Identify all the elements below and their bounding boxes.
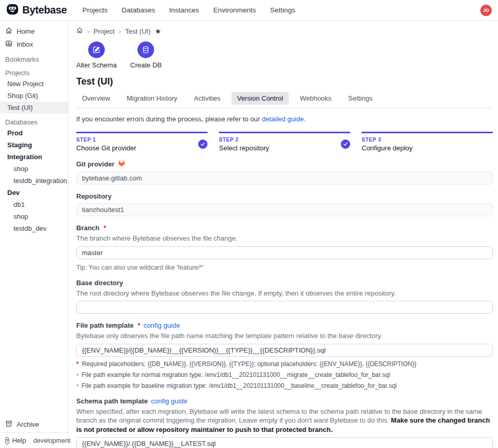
schema-path-template-field: Schema path template config guide When s…	[76, 397, 493, 448]
note-text: File path example for normal migration t…	[81, 371, 390, 379]
sidebar-section-projects: Projects	[0, 66, 68, 78]
step-3-title: Configure deploy	[362, 144, 412, 152]
required-asterisk: *	[138, 321, 141, 329]
step-1: STEP 1 Choose Git provider	[76, 132, 208, 152]
breadcrumb-project[interactable]: Project	[93, 27, 114, 35]
note-asterisk: *	[76, 360, 79, 368]
schema-path-template-description: When specified, after each migration, By…	[76, 407, 493, 435]
sidebar-item-shop-git[interactable]: Shop (Git)	[0, 90, 68, 102]
page-title: Test (UI)	[76, 76, 493, 87]
tab-webhooks[interactable]: Webhooks	[294, 92, 337, 105]
sidebar-env-prod[interactable]: Prod	[0, 127, 68, 139]
step-2-label: STEP 2	[219, 137, 269, 143]
vcs-config-form: Git provider Repository Branch* The bran…	[76, 160, 493, 448]
sidebar-item-home[interactable]: Home	[0, 25, 68, 38]
sidebar-env-staging[interactable]: Staging	[0, 139, 68, 151]
error-help-notice: If you encounter errors during the proce…	[76, 115, 493, 123]
create-db-button[interactable]: Create DB	[130, 41, 162, 69]
sidebar-inbox-label: Inbox	[17, 40, 33, 48]
bookmark-star-icon[interactable]: ★	[155, 27, 161, 35]
notice-suffix: .	[304, 115, 306, 123]
breadcrumb-home-icon[interactable]	[76, 27, 83, 35]
base-directory-input[interactable]	[76, 301, 493, 314]
help-icon: ?	[5, 437, 9, 444]
sidebar-section-databases: Databases	[0, 115, 68, 127]
base-directory-description: The root directory where Bytebase observ…	[76, 289, 493, 298]
nav-databases[interactable]: Databases	[122, 6, 156, 14]
sidebar-item-archive[interactable]: Archive	[0, 416, 68, 432]
schema-path-template-input[interactable]	[76, 437, 493, 448]
step-3: STEP 3 Configure deploy	[362, 132, 493, 152]
sidebar-env-dev[interactable]: Dev	[0, 187, 68, 199]
tab-settings[interactable]: Settings	[342, 92, 378, 105]
nav-settings[interactable]: Settings	[270, 6, 295, 14]
step-3-label: STEP 3	[362, 137, 412, 143]
tab-version-control[interactable]: Version Control	[231, 92, 289, 105]
file-path-note-example-baseline: • File path example for baseline migrati…	[76, 382, 493, 389]
brand-name: Bytebase	[22, 4, 67, 16]
sidebar-section-bookmarks: Bookmarks	[0, 52, 68, 64]
user-avatar[interactable]: JD	[480, 5, 492, 16]
breadcrumb-separator-icon: ›	[119, 27, 121, 35]
create-db-label: Create DB	[130, 61, 162, 69]
note-bullet: •	[76, 382, 78, 389]
repository-input	[76, 203, 493, 216]
step-2-title: Select repository	[219, 144, 269, 152]
tab-migration-history[interactable]: Migration History	[121, 92, 183, 105]
schema-path-config-guide-link[interactable]: config guide	[151, 397, 187, 405]
tab-overview[interactable]: Overview	[76, 92, 116, 105]
sidebar-db-testdb-integration[interactable]: testdb_integration	[0, 175, 68, 187]
sidebar-item-test-ui[interactable]: Test (UI)	[0, 102, 68, 114]
sidebar-item-help[interactable]: ? Help development	[0, 432, 68, 448]
branch-input[interactable]	[76, 246, 493, 259]
alter-schema-label: Alter Schema	[76, 61, 117, 69]
repository-label: Repository	[76, 192, 112, 200]
file-path-template-input[interactable]	[76, 344, 493, 357]
nav-environments[interactable]: Environments	[213, 6, 256, 14]
database-icon	[137, 41, 154, 58]
nav-projects[interactable]: Projects	[82, 6, 108, 14]
note-text: File path example for baseline migration…	[81, 382, 397, 389]
breadcrumb-current[interactable]: Test (UI)	[125, 27, 150, 35]
step-1-title: Choose Git provider	[76, 144, 136, 152]
sidebar-item-new-project[interactable]: New Project	[0, 78, 68, 90]
tab-activities[interactable]: Activities	[188, 92, 226, 105]
base-directory-label: Base directory	[76, 279, 123, 287]
quick-actions: Alter Schema Create DB	[76, 41, 493, 69]
file-path-template-field: File path template* config guide Bytebas…	[76, 321, 493, 389]
required-asterisk: *	[104, 224, 106, 232]
sidebar: Home Inbox Bookmarks Projects New Projec…	[0, 21, 68, 448]
sidebar-item-inbox[interactable]: Inbox	[0, 38, 68, 51]
step-1-label: STEP 1	[76, 137, 136, 143]
sidebar-env-integration[interactable]: Integration	[0, 151, 68, 163]
step-1-check-icon	[198, 139, 208, 149]
file-path-config-guide-link[interactable]: config guide	[144, 321, 180, 329]
sidebar-db-testdb-dev[interactable]: testdb_dev	[0, 222, 68, 234]
archive-icon	[5, 420, 12, 429]
app-header: Bytebase Projects Databases Instances En…	[0, 0, 498, 21]
git-provider-field: Git provider	[76, 160, 493, 185]
file-path-note-required: * Required placeholders: {{DB_NAME}}, {{…	[76, 360, 493, 368]
sidebar-db-db1[interactable]: db1	[0, 199, 68, 211]
sidebar-home-label: Home	[17, 27, 35, 35]
step-2: STEP 2 Select repository	[219, 132, 350, 152]
bytebase-logo[interactable]: Bytebase	[6, 3, 67, 18]
detailed-guide-link[interactable]: detailed guide	[262, 115, 304, 123]
tab-bar: Overview Migration History Activities Ve…	[76, 92, 493, 108]
top-navigation: Projects Databases Instances Environment…	[82, 6, 295, 14]
base-directory-field: Base directory The root directory where …	[76, 279, 493, 314]
branch-field: Branch* The branch where Bytebase observ…	[76, 224, 493, 271]
schema-path-template-label: Schema path template	[76, 397, 148, 405]
edit-pencil-icon	[88, 41, 105, 58]
note-text: Required placeholders: {{DB_NAME}}, {{VE…	[82, 360, 417, 368]
breadcrumb: › Project › Test (UI) ★	[76, 27, 493, 35]
alter-schema-button[interactable]: Alter Schema	[76, 41, 117, 69]
breadcrumb-separator-icon: ›	[87, 27, 89, 35]
repository-field: Repository	[76, 192, 493, 216]
sidebar-db-shop-integration[interactable]: shop	[0, 163, 68, 175]
sidebar-help-label: Help	[12, 437, 26, 444]
nav-instances[interactable]: Instances	[169, 6, 199, 14]
file-path-template-description: Bytebase only observes the file path nam…	[76, 331, 493, 341]
note-bullet: •	[76, 371, 78, 379]
sidebar-db-shop-dev[interactable]: shop	[0, 211, 68, 222]
